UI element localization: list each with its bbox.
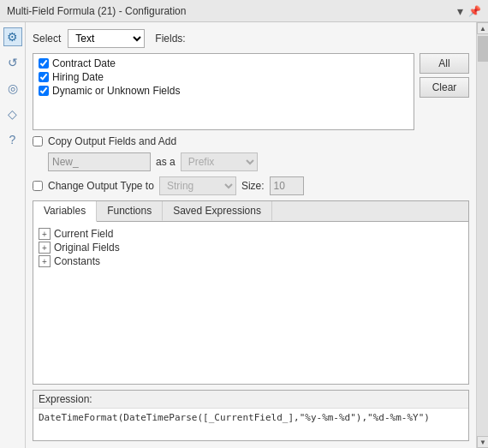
field-checkbox-hiring-date[interactable] <box>39 72 49 82</box>
title-bar-left: Multi-Field Formula (21) - Configuration <box>7 5 186 17</box>
tree-item-original-fields[interactable]: + Original Fields <box>39 241 463 254</box>
scrollbar-track <box>477 34 488 436</box>
pin-icon[interactable]: 📌 <box>468 5 481 17</box>
expression-label: Expression: <box>33 391 468 409</box>
diamond-icon[interactable]: ◇ <box>3 105 22 123</box>
select-dropdown[interactable]: Text Number Date All <box>68 29 145 48</box>
expand-icon-original-fields[interactable]: + <box>39 242 51 254</box>
tab-functions[interactable]: Functions <box>97 201 163 221</box>
prefix-dropdown[interactable]: Prefix Suffix <box>181 152 258 171</box>
field-label-hiring-date: Hiring Date <box>52 71 104 83</box>
title-bar-right: ▾ 📌 <box>457 4 481 18</box>
expression-input[interactable] <box>33 409 468 438</box>
select-label: Select <box>33 33 61 45</box>
as-a-label: as a <box>156 156 176 168</box>
copy-output-label: Copy Output Fields and Add <box>48 135 176 147</box>
help-icon[interactable]: ? <box>3 130 22 149</box>
left-sidebar: ⚙ ↺ ◎ ◇ ? <box>0 22 26 448</box>
fields-list-box: Contract Date Hiring Date Dynamic or Unk… <box>33 53 414 130</box>
main-container: ⚙ ↺ ◎ ◇ ? Select Text Number Date All Fi… <box>0 22 488 448</box>
field-item-hiring-date[interactable]: Hiring Date <box>39 71 408 83</box>
field-item-contract-date[interactable]: Contract Date <box>39 57 408 69</box>
settings-icon[interactable]: ⚙ <box>3 27 22 46</box>
copy-output-checkbox[interactable] <box>33 136 43 146</box>
field-label-dynamic: Dynamic or Unknown Fields <box>52 85 180 97</box>
tree-item-constants[interactable]: + Constants <box>39 254 463 268</box>
new-prefix-input[interactable] <box>48 152 151 171</box>
clear-button[interactable]: Clear <box>420 77 469 98</box>
tabs-section: Variables Functions Saved Expressions + … <box>33 200 469 385</box>
target-icon[interactable]: ◎ <box>3 79 22 98</box>
field-item-dynamic[interactable]: Dynamic or Unknown Fields <box>39 85 408 97</box>
fields-buttons: All Clear <box>420 53 469 130</box>
scroll-down-button[interactable]: ▼ <box>477 436 488 448</box>
expand-icon-current-field[interactable]: + <box>39 228 51 240</box>
tree-item-current-field[interactable]: + Current Field <box>39 227 463 241</box>
content-area: Select Text Number Date All Fields: Cont… <box>26 22 476 448</box>
size-label: Size: <box>241 180 265 192</box>
tree-label-constants: Constants <box>54 255 100 267</box>
title-text: Multi-Field Formula (21) - Configuration <box>7 5 186 17</box>
new-prefix-row: as a Prefix Suffix <box>33 152 469 171</box>
size-input[interactable] <box>270 176 304 195</box>
tabs-content: + Current Field + Original Fields + Cons… <box>33 222 468 384</box>
tree-label-original-fields: Original Fields <box>54 242 120 254</box>
collapse-icon[interactable]: ▾ <box>457 4 463 18</box>
fields-section: Contract Date Hiring Date Dynamic or Unk… <box>33 53 469 130</box>
expression-section: Expression: <box>33 390 469 441</box>
change-output-checkbox[interactable] <box>33 181 43 191</box>
refresh-icon[interactable]: ↺ <box>3 53 22 72</box>
copy-output-row: Copy Output Fields and Add <box>33 135 469 147</box>
select-row: Select Text Number Date All Fields: <box>33 29 469 48</box>
tree-label-current-field: Current Field <box>54 228 113 240</box>
output-type-dropdown[interactable]: String Integer Double <box>159 176 236 195</box>
expand-icon-constants[interactable]: + <box>39 255 51 267</box>
field-checkbox-dynamic[interactable] <box>39 86 49 96</box>
all-button[interactable]: All <box>420 53 469 74</box>
field-checkbox-contract-date[interactable] <box>39 58 49 69</box>
scrollbar-thumb[interactable] <box>478 36 488 62</box>
change-output-row: Change Output Type to String Integer Dou… <box>33 176 469 195</box>
title-bar: Multi-Field Formula (21) - Configuration… <box>0 0 488 22</box>
field-label-contract-date: Contract Date <box>52 57 116 69</box>
tabs-header: Variables Functions Saved Expressions <box>33 201 468 222</box>
tab-variables[interactable]: Variables <box>33 201 97 222</box>
fields-label: Fields: <box>155 33 185 45</box>
scroll-up-button[interactable]: ▲ <box>477 22 488 34</box>
tab-saved-expressions[interactable]: Saved Expressions <box>163 201 272 221</box>
right-scrollbar: ▲ ▼ <box>476 22 488 448</box>
change-output-label: Change Output Type to <box>48 180 154 192</box>
